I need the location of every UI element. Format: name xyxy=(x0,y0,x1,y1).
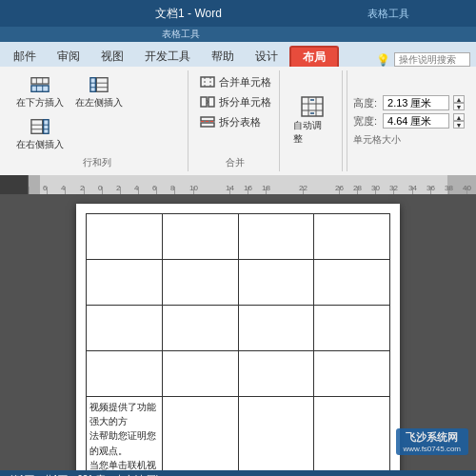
merge-cells-icon xyxy=(200,76,215,88)
width-input[interactable] xyxy=(383,113,449,129)
svg-rect-15 xyxy=(44,120,49,134)
ruler-mark: 26 xyxy=(335,184,344,192)
height-label: 高度: xyxy=(353,96,379,110)
table-cell[interactable] xyxy=(87,214,163,260)
table-cell[interactable] xyxy=(162,397,238,471)
insert-below-button[interactable]: 在下方插入 xyxy=(11,72,69,112)
merge-cells-button[interactable]: 合并单元格 xyxy=(196,72,275,91)
auto-adjust-button[interactable]: 自动调整 xyxy=(288,93,336,149)
lightbulb-icon: 💡 xyxy=(376,53,390,67)
table-cell[interactable] xyxy=(314,260,390,306)
table-cell[interactable] xyxy=(238,397,314,471)
ruler-mark: 4 xyxy=(61,184,65,192)
tab-layout[interactable]: 布局 xyxy=(289,46,339,67)
table-cell[interactable] xyxy=(314,214,390,260)
ruler-mark: 36 xyxy=(426,184,435,192)
insert-left-button[interactable]: 在左侧插入 xyxy=(70,72,128,112)
autoadjust-group: 自动调整 xyxy=(282,70,343,171)
svg-rect-0 xyxy=(31,78,49,84)
table-row: 视频提供了功能强大的方法帮助您证明您的观点。当您单击联机视频时，可以在想要添加的… xyxy=(87,397,390,471)
auto-adjust-icon xyxy=(301,96,324,117)
document-page: 视频提供了功能强大的方法帮助您证明您的观点。当您单击联机视频时，可以在想要添加的… xyxy=(76,204,400,470)
table-cell[interactable] xyxy=(87,260,163,306)
insert-right-button[interactable]: 在右侧插入 xyxy=(11,114,69,154)
width-label: 宽度: xyxy=(353,114,379,129)
ruler-mark: 0 xyxy=(98,184,102,192)
ruler-mark: 14 xyxy=(226,184,234,192)
watermark: 飞沙系统网 www.fs0745.com xyxy=(396,428,468,455)
title-text: 文档1 - Word xyxy=(10,6,367,22)
svg-rect-6 xyxy=(96,78,108,92)
ruler-mark: 16 xyxy=(244,184,252,192)
help-search-input[interactable] xyxy=(394,52,470,67)
ruler-mark: 38 xyxy=(445,184,453,192)
horizontal-ruler: 86420246810141618222628303234363840 xyxy=(29,175,476,194)
table-cell[interactable] xyxy=(314,397,390,471)
svg-rect-26 xyxy=(201,123,214,127)
insert-below-icon xyxy=(30,76,50,93)
table-cell[interactable] xyxy=(238,351,314,397)
table-cell[interactable] xyxy=(238,260,314,306)
cellsize-panel: 高度: ▲ ▼ 宽度: ▲ ▼ 单元格大小 xyxy=(347,70,470,171)
table-cell[interactable] xyxy=(238,306,314,351)
height-input[interactable] xyxy=(383,95,449,110)
ruler-mark: 10 xyxy=(189,184,198,192)
ruler-mark: 40 xyxy=(463,184,471,192)
tab-view[interactable]: 视图 xyxy=(91,46,133,67)
ribbon-content: 在下方插入 在左侧插入 xyxy=(0,67,476,175)
table-cell[interactable] xyxy=(238,214,314,260)
table-row xyxy=(87,260,390,306)
ruler-corner xyxy=(0,175,29,194)
table-cell[interactable] xyxy=(87,306,163,351)
table-cell[interactable] xyxy=(314,351,390,397)
split-cells-button[interactable]: 拆分单元格 xyxy=(196,92,275,111)
width-down-arrow[interactable]: ▼ xyxy=(453,121,465,129)
ruler-area: 86420246810141618222628303234363840 xyxy=(0,175,476,194)
ruler-mark: 32 xyxy=(389,184,398,192)
table-cell[interactable] xyxy=(162,351,238,397)
height-up-arrow[interactable]: ▲ xyxy=(453,95,465,103)
table-cell[interactable] xyxy=(162,306,238,351)
ruler-mark: 2 xyxy=(116,184,120,192)
insert-right-icon xyxy=(30,118,50,135)
tab-review[interactable]: 审阅 xyxy=(48,46,89,67)
table-tools-label: 表格工具 xyxy=(367,7,409,21)
bottom-bar: 第1页，共1页 231 字 中文(中国) 100% xyxy=(0,470,476,476)
split-table-button[interactable]: 拆分表格 xyxy=(196,112,265,131)
tab-devtools[interactable]: 开发工具 xyxy=(135,46,200,67)
table-cell[interactable] xyxy=(87,351,163,397)
table-row xyxy=(87,351,390,397)
table-row xyxy=(87,214,390,260)
tab-mail[interactable]: 邮件 xyxy=(4,46,46,67)
table-cell[interactable] xyxy=(162,214,238,260)
table-row xyxy=(87,306,390,351)
ruler-mark: 8 xyxy=(170,184,174,192)
svg-rect-12 xyxy=(31,120,43,134)
ruler-mark: 28 xyxy=(353,184,362,192)
ruler-mark: 34 xyxy=(408,184,417,192)
ruler-mark: 30 xyxy=(371,184,380,192)
width-up-arrow[interactable]: ▲ xyxy=(453,113,465,121)
insert-left-icon xyxy=(89,76,109,93)
ruler-mark: 18 xyxy=(262,184,270,192)
tab-design[interactable]: 设计 xyxy=(246,46,288,67)
text-content-cell[interactable]: 视频提供了功能强大的方法帮助您证明您的观点。当您单击联机视频时，可以在想要添加的… xyxy=(87,397,163,471)
watermark-line2: www.fs0745.com xyxy=(404,445,461,453)
svg-rect-21 xyxy=(201,97,207,107)
ruler-mark: 22 xyxy=(299,184,307,192)
svg-rect-3 xyxy=(31,86,49,91)
tab-bar: 邮件 审阅 视图 开发工具 帮助 设计 布局 💡 xyxy=(0,42,476,67)
rowcol-group: 在下方插入 在左侧插入 xyxy=(6,70,188,171)
height-down-arrow[interactable]: ▼ xyxy=(453,103,465,110)
split-cells-icon xyxy=(200,96,215,108)
tab-help[interactable]: 帮助 xyxy=(202,46,244,67)
title-bar: 文档1 - Word 表格工具 xyxy=(0,0,476,27)
table-cell[interactable] xyxy=(314,306,390,351)
merge-group: 合并单元格 拆分单元格 xyxy=(190,70,280,171)
table-tools-section-label: 表格工具 xyxy=(162,28,200,41)
svg-rect-25 xyxy=(201,117,214,121)
cellsize-group-label: 单元格大小 xyxy=(353,134,401,145)
table-cell[interactable] xyxy=(162,260,238,306)
split-table-icon xyxy=(200,116,215,128)
svg-rect-22 xyxy=(208,97,214,107)
